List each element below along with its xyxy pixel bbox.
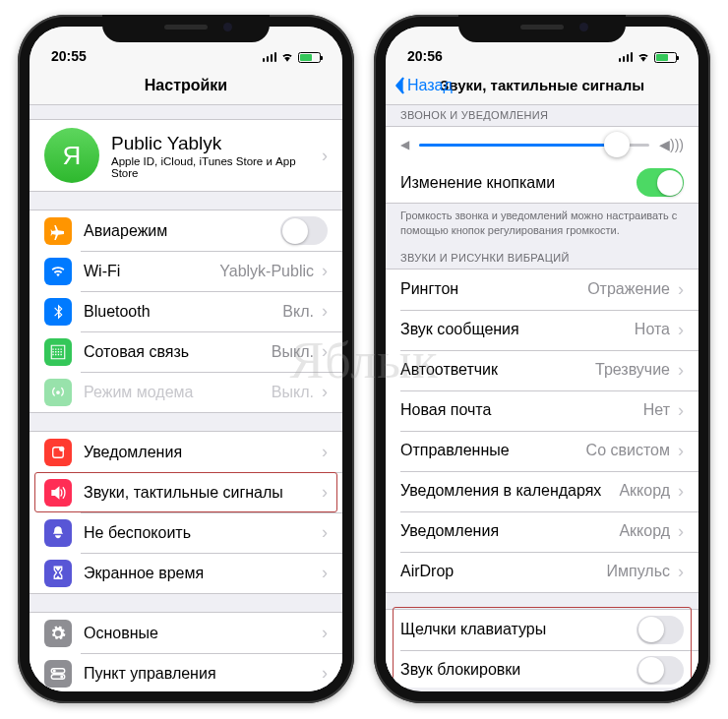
row-value: Аккорд: [619, 482, 670, 500]
switch[interactable]: [637, 656, 684, 685]
battery-icon: [654, 52, 677, 63]
row-value: Трезвучие: [595, 361, 670, 379]
wifi-icon: [637, 50, 650, 64]
chevron-right-icon: ›: [322, 482, 328, 503]
back-button[interactable]: Назад: [394, 77, 453, 94]
row-value: Нет: [643, 401, 670, 419]
row-label: Bluetooth: [84, 303, 282, 321]
row-label: Новая почта: [400, 401, 643, 419]
sound-row[interactable]: Новая почтаНет›: [386, 390, 698, 431]
toggle-row[interactable]: Щелчки клавиатуры: [386, 610, 698, 650]
volume-slider[interactable]: [419, 144, 649, 147]
airplane-icon: [44, 217, 72, 245]
chevron-right-icon: ›: [322, 146, 328, 166]
notif-icon: [44, 439, 72, 466]
wifi-icon: [280, 50, 294, 64]
settings-row[interactable]: Звуки, тактильные сигналы›: [30, 472, 342, 512]
row-label: Пункт управления: [84, 665, 320, 683]
settings-row[interactable]: Режим модемаВыкл.›: [30, 372, 342, 412]
chevron-right-icon: ›: [678, 279, 684, 300]
switch[interactable]: [637, 616, 684, 644]
row-label: Щелчки клавиатуры: [400, 621, 637, 638]
row-label: Не беспокоить: [84, 524, 320, 542]
settings-row[interactable]: Пункт управления›: [30, 653, 342, 691]
switch[interactable]: [280, 216, 328, 245]
chevron-right-icon: ›: [322, 522, 328, 543]
dnd-icon: [44, 519, 72, 547]
settings-row[interactable]: Wi-FiYablyk-Public›: [30, 251, 342, 291]
sound-row[interactable]: АвтоответчикТрезвучие›: [386, 350, 698, 390]
phone-right: 20:56 Назад Звуки, тактильные сигналы ЗВ…: [374, 15, 710, 703]
chevron-right-icon: ›: [322, 261, 328, 281]
row-label: Рингтон: [400, 280, 587, 298]
row-label: Уведомления: [84, 444, 320, 461]
row-label: Режим модема: [84, 384, 272, 401]
row-value: Отражение: [587, 280, 670, 298]
hotspot-icon: [44, 379, 72, 406]
row-label: Отправленные: [400, 442, 586, 459]
chevron-right-icon: ›: [678, 481, 684, 502]
row-value: Выкл.: [272, 384, 314, 401]
page-title: Настройки: [145, 77, 227, 94]
row-apple-id[interactable]: Я Public Yablyk Apple ID, iCloud, iTunes…: [30, 120, 342, 191]
settings-row[interactable]: Не беспокоить›: [30, 512, 342, 553]
section-header-patterns: ЗВУКИ И РИСУНКИ ВИБРАЦИЙ: [386, 248, 698, 269]
profile-sub: Apple ID, iCloud, iTunes Store и App Sto…: [111, 155, 320, 179]
row-label: AirDrop: [400, 563, 607, 580]
svg-point-6: [60, 675, 63, 678]
cc-icon: [44, 660, 72, 688]
settings-row[interactable]: Сотовая связьВыкл.›: [30, 331, 342, 372]
nav-bar: Назад Звуки, тактильные сигналы: [386, 66, 698, 105]
settings-row[interactable]: Авиарежим: [30, 210, 342, 251]
settings-row[interactable]: Уведомления›: [30, 432, 342, 472]
footer-ringer: Громкость звонка и уведомлений можно нас…: [386, 204, 698, 240]
status-bar: 20:56: [386, 27, 698, 66]
svg-point-0: [56, 390, 60, 394]
row-label: Экранное время: [84, 565, 320, 582]
row-change-with-buttons[interactable]: Изменение кнопками: [386, 162, 698, 203]
sound-row[interactable]: AirDropИмпульс›: [386, 552, 698, 592]
signal-icon: [619, 52, 634, 62]
gear-icon: [44, 620, 72, 647]
chevron-left-icon: [394, 77, 405, 94]
wifi-icon: [44, 258, 72, 285]
bt-icon: [44, 298, 72, 326]
page-title: Звуки, тактильные сигналы: [440, 77, 644, 93]
signal-icon: [263, 52, 277, 62]
svg-point-4: [53, 669, 56, 672]
row-value: Нота: [635, 321, 670, 338]
row-label: Уведомления в календарях: [400, 482, 619, 500]
row-label: Звук блокировки: [400, 661, 637, 679]
chevron-right-icon: ›: [678, 320, 684, 340]
switch-change-buttons[interactable]: [637, 168, 684, 197]
row-value: Импульс: [607, 563, 670, 580]
row-value: Вкл.: [282, 303, 314, 321]
chevron-right-icon: ›: [322, 623, 328, 643]
nav-bar: Настройки: [30, 66, 342, 105]
chevron-right-icon: ›: [322, 663, 328, 684]
sound-row[interactable]: Уведомления в календаряхАккорд›: [386, 471, 698, 511]
chevron-right-icon: ›: [678, 562, 684, 582]
sound-row[interactable]: РингтонОтражение›: [386, 270, 698, 310]
toggle-row[interactable]: Звук блокировки: [386, 650, 698, 688]
clock: 20:55: [51, 48, 87, 64]
sound-row[interactable]: ОтправленныеСо свистом›: [386, 431, 698, 471]
profile-name: Public Yablyk: [111, 133, 320, 154]
settings-row[interactable]: Экранное время›: [30, 553, 342, 593]
slider-thumb[interactable]: [604, 132, 630, 157]
sound-row[interactable]: Звук сообщенияНота›: [386, 310, 698, 350]
slider-fill: [419, 144, 617, 147]
settings-row[interactable]: Основные›: [30, 613, 342, 653]
row-label: Сотовая связь: [84, 343, 272, 361]
time-icon: [44, 560, 72, 587]
sound-row[interactable]: УведомленияАккорд›: [386, 511, 698, 552]
chevron-right-icon: ›: [322, 563, 328, 583]
row-value: Yablyk-Public: [219, 263, 314, 280]
row-label: Основные: [84, 625, 320, 642]
row-volume-slider[interactable]: ◀ ◀))): [386, 127, 698, 162]
row-value: Выкл.: [272, 343, 314, 361]
phone-left: 20:55 Настройки Я Public Yablyk Apple ID: [18, 15, 354, 703]
settings-row[interactable]: BluetoothВкл.›: [30, 291, 342, 331]
avatar: Я: [44, 128, 99, 183]
chevron-right-icon: ›: [322, 442, 328, 462]
